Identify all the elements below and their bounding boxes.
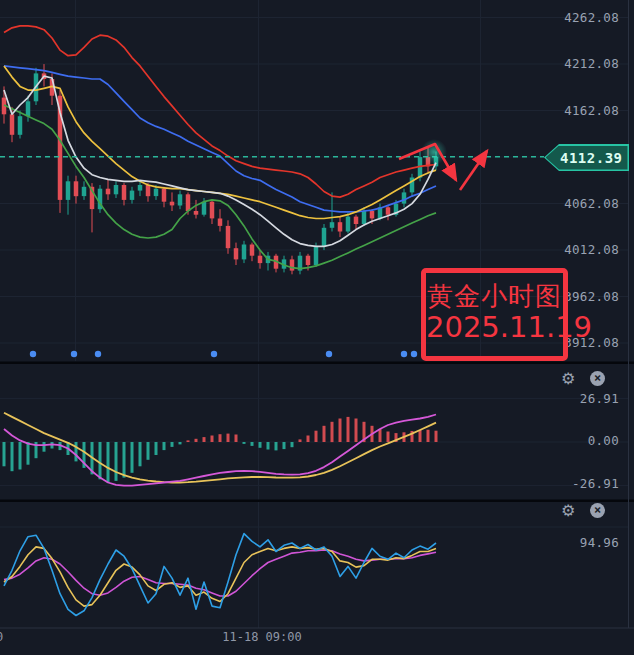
candle-body xyxy=(154,189,159,196)
candle-body xyxy=(402,192,407,203)
kdj-k-line xyxy=(4,547,436,606)
macd-bar xyxy=(171,442,174,447)
event-dot[interactable] xyxy=(411,351,417,357)
macd-bar xyxy=(419,430,422,442)
macd-bar xyxy=(291,442,294,447)
macd-bar xyxy=(227,434,230,442)
candle-body xyxy=(26,101,31,116)
event-dot[interactable] xyxy=(71,351,77,357)
current-price-tag: 4112.39 xyxy=(544,144,629,171)
macd-bar xyxy=(219,434,222,442)
annotation-box: 黄金小时图 2025.11.19 xyxy=(421,268,568,361)
candle-body xyxy=(226,226,231,248)
candle-body xyxy=(10,114,15,135)
candle-body xyxy=(138,185,143,191)
candle-body xyxy=(170,202,175,206)
candle-body xyxy=(178,194,183,205)
candle-body xyxy=(314,246,319,265)
candle-body xyxy=(354,217,359,224)
candle-body xyxy=(202,202,207,215)
macd-bar xyxy=(259,442,262,448)
macd-bar xyxy=(235,435,238,443)
event-dot[interactable] xyxy=(30,351,36,357)
macd-bar xyxy=(203,437,206,442)
kdj-close-icon[interactable]: × xyxy=(590,503,605,518)
macd-bar xyxy=(75,442,78,461)
candle-body xyxy=(66,181,71,200)
price-axis-label: 4062.08 xyxy=(564,197,619,211)
candle-body xyxy=(146,185,151,196)
price-tag-value: 4112.39 xyxy=(560,150,623,166)
price-axis-label: 3962.08 xyxy=(564,290,619,304)
macd-bar xyxy=(435,431,438,442)
candle-body xyxy=(386,207,391,214)
macd-bar xyxy=(283,442,286,449)
candle-body xyxy=(250,245,255,256)
macd-axis-label-lower: -26.91 xyxy=(572,477,619,491)
macd-bar xyxy=(187,440,190,442)
event-dot[interactable] xyxy=(95,351,101,357)
price-axis-label: 4212.08 xyxy=(564,57,619,71)
macd-bar xyxy=(355,419,358,443)
event-dot[interactable] xyxy=(401,351,407,357)
macd-bar xyxy=(147,442,150,460)
macd-bar xyxy=(3,442,6,466)
macd-bar xyxy=(115,442,118,481)
candle-body xyxy=(130,191,135,200)
candle-body xyxy=(194,211,199,215)
macd-bar xyxy=(99,442,102,479)
macd-bar xyxy=(163,442,166,450)
macd-bar xyxy=(275,442,278,450)
macd-bar xyxy=(251,442,254,446)
candle-body xyxy=(330,222,335,228)
candle-body xyxy=(370,211,375,218)
candle-body xyxy=(122,185,127,200)
macd-bar xyxy=(155,442,158,455)
candle-body xyxy=(218,219,223,226)
last-candle-glow xyxy=(421,139,447,165)
macd-bar xyxy=(123,442,126,478)
macd-bar xyxy=(427,430,430,442)
candle-body xyxy=(258,256,263,263)
kdj-settings-gear-icon[interactable]: ⚙ xyxy=(561,502,575,519)
candle-body xyxy=(18,116,23,135)
upper-band-line xyxy=(4,26,436,197)
price-axis-label: 4162.08 xyxy=(564,104,619,118)
macd-axis-label-zero: 0.00 xyxy=(588,434,619,448)
candle-body xyxy=(322,228,327,247)
macd-bar xyxy=(131,442,134,473)
macd-bar xyxy=(139,442,142,466)
macd-bar xyxy=(195,439,198,442)
event-dot[interactable] xyxy=(326,351,332,357)
candle-body xyxy=(234,248,239,259)
macd-bar xyxy=(27,442,30,465)
event-dot[interactable] xyxy=(211,351,217,357)
macd-axis-label-upper: 26.91 xyxy=(580,392,619,406)
trading-chart-screen: 4262.084212.084162.084112.084062.084012.… xyxy=(0,0,634,655)
price-axis-label: 4262.08 xyxy=(564,11,619,25)
time-axis-label: 11-18 09:00 xyxy=(210,630,314,644)
macd-bar xyxy=(387,432,390,443)
candle-body xyxy=(338,222,343,231)
macd-bar xyxy=(323,426,326,442)
macd-bar xyxy=(179,442,182,444)
macd-bar xyxy=(11,442,14,471)
annotation-date: 2025.11.19 xyxy=(426,311,563,344)
macd-bar xyxy=(315,431,318,442)
candle-body xyxy=(306,256,311,265)
macd-bar xyxy=(347,417,350,442)
candle-body xyxy=(290,259,295,270)
panel-divider xyxy=(0,500,634,503)
panel-divider xyxy=(0,362,634,365)
candle-body xyxy=(74,181,79,196)
candle-body xyxy=(114,185,119,194)
macd-bar xyxy=(299,439,302,442)
candle-body xyxy=(82,187,87,196)
macd-bar xyxy=(267,442,270,450)
annotation-title: 黄金小时图 xyxy=(426,281,563,311)
candle-body xyxy=(346,217,351,232)
macd-bar xyxy=(43,442,46,452)
time-axis-label-partial: 0 xyxy=(0,630,3,644)
macd-settings-gear-icon[interactable]: ⚙ xyxy=(561,370,575,387)
macd-close-icon[interactable]: × xyxy=(590,371,605,386)
